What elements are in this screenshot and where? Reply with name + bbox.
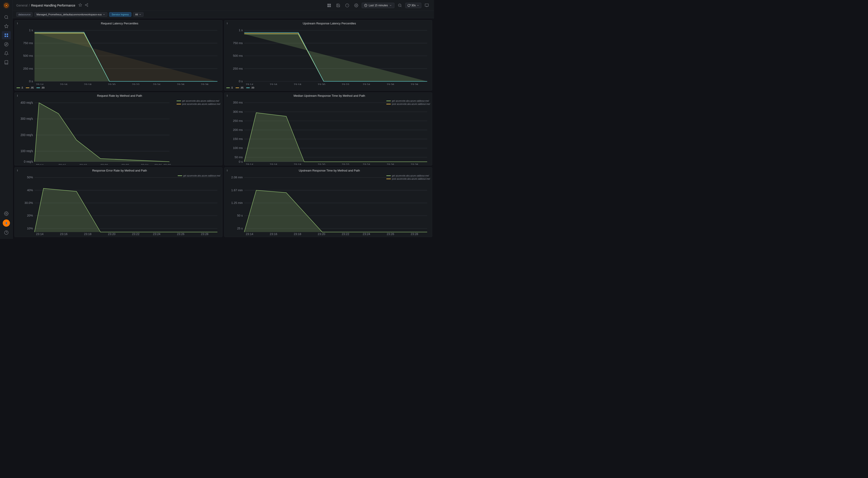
breadcrumb-parent[interactable]: General (16, 4, 28, 7)
sidebar-item-user[interactable]: 👤 (3, 219, 10, 227)
panel-error-rate-info-icon[interactable]: ℹ (17, 169, 18, 172)
svg-rect-6 (6, 34, 8, 35)
sidebar: 👤 (0, 0, 13, 239)
filter-bar: datasource Managed_Prometheus_defaultazu… (13, 11, 434, 18)
svg-text:300 ms: 300 ms (233, 110, 243, 114)
request-latency-chart: 1 s 750 ms 500 ms 250 ms 0 s 23:14 23:16… (17, 27, 220, 85)
sidebar-item-help[interactable] (2, 228, 11, 236)
legend-get: get azurevote.aks.azure.sabbour.me/ (177, 100, 220, 102)
panel-request-rate-body: get azurevote.aks.azure.sabbour.me/ post… (15, 99, 222, 165)
legend-upstream-p99: .99 (246, 86, 254, 89)
panel-median-upstream-header: ℹ Median Upstream Response Time by Metho… (224, 93, 432, 99)
svg-rect-22 (327, 4, 329, 5)
svg-line-20 (86, 5, 87, 6)
sidebar-item-alerting[interactable] (2, 49, 11, 57)
svg-text:100 ms: 100 ms (233, 146, 243, 150)
grafana-logo[interactable] (3, 2, 10, 9)
svg-point-2 (5, 5, 7, 6)
refresh-interval-label: 30s (411, 4, 416, 7)
dashboard-settings-button[interactable] (352, 2, 360, 9)
svg-text:1.67 min: 1.67 min (231, 189, 243, 192)
dashboard-info-button[interactable] (344, 2, 351, 9)
svg-text:0 s: 0 s (239, 79, 243, 83)
legend-upstream-time-post: post azurevote.aks.azure.sabbour.me/ (386, 178, 430, 180)
datasource-dropdown[interactable]: Managed_Prometheus_defaultazuremonitorwo… (34, 12, 107, 17)
all-filter-dropdown[interactable]: All (133, 12, 144, 17)
svg-point-9 (4, 42, 8, 46)
legend-error-get-label: get azurevote.aks.azure.sabbour.me/ (183, 174, 220, 177)
share-dashboard-icon[interactable] (85, 3, 88, 7)
panel-upstream-latency-info-icon[interactable]: ℹ (227, 22, 228, 25)
request-rate-chart: 400 req/s 300 req/s 200 req/s 100 req/s … (17, 100, 220, 165)
panel-upstream-latency-header: ℹ Upstream Response Latency Percentiles (224, 20, 432, 26)
panel-request-rate-info-icon[interactable]: ℹ (17, 94, 18, 97)
legend-upstream-p95-label: .95 (240, 86, 243, 89)
sidebar-item-settings[interactable] (2, 210, 11, 218)
svg-text:23:14: 23:14 (36, 83, 43, 85)
svg-text:23:24: 23:24 (153, 232, 161, 236)
panel-median-upstream-info-icon[interactable]: ℹ (227, 94, 228, 97)
sidebar-item-search[interactable] (2, 13, 11, 21)
svg-text:23:18: 23:18 (84, 232, 91, 236)
refresh-button[interactable]: 30s (405, 3, 421, 8)
legend-p99-label: .99 (41, 86, 44, 89)
svg-text:0 s: 0 s (29, 79, 33, 83)
svg-text:500 ms: 500 ms (23, 54, 33, 57)
svg-text:250 ms: 250 ms (233, 67, 243, 70)
svg-text:250 ms: 250 ms (23, 67, 33, 70)
svg-marker-10 (5, 43, 7, 45)
panel-median-upstream: ℹ Median Upstream Response Time by Metho… (224, 92, 432, 165)
legend-get-label: get azurevote.aks.azure.sabbour.me/ (182, 100, 219, 102)
svg-text:200 ms: 200 ms (233, 128, 243, 131)
panel-upstream-response-time-info-icon[interactable]: ℹ (227, 169, 228, 172)
sidebar-item-library[interactable] (2, 58, 11, 66)
datasource-tag[interactable]: datasource (16, 12, 33, 17)
panel-median-upstream-inline-legend: get azurevote.aks.azure.sabbour.me/ post… (386, 100, 430, 105)
legend-item-p95: .95 (26, 86, 34, 89)
legend-upstream-p95: .95 (236, 86, 243, 89)
legend-median-get-label: get azurevote.aks.azure.sabbour.me/ (392, 100, 429, 102)
panel-info-icon[interactable]: ℹ (17, 22, 18, 25)
svg-text:23:20: 23:20 (108, 232, 116, 236)
legend-p50-label: .5 (21, 86, 23, 89)
svg-text:23:14: 23:14 (246, 163, 253, 165)
legend-upstream-p50: .5 (226, 86, 233, 89)
legend-upstream-p99-label: .99 (251, 86, 254, 89)
svg-text:1 s: 1 s (29, 29, 33, 32)
svg-text:23:28: 23:28 (201, 83, 209, 85)
add-panel-button[interactable] (326, 2, 333, 9)
panel-error-rate: ℹ Response Error Rate by Method and Path… (14, 167, 222, 237)
zoom-out-button[interactable] (396, 2, 403, 9)
svg-text:350 ms: 350 ms (233, 101, 243, 104)
svg-text:750 ms: 750 ms (233, 41, 243, 45)
svg-text:23:28: 23:28 (201, 232, 209, 236)
svg-text:10%: 10% (27, 227, 33, 230)
time-range-picker[interactable]: Last 15 minutes (362, 3, 395, 8)
svg-text:150 ms: 150 ms (233, 137, 243, 140)
svg-text:23:24: 23:24 (141, 164, 149, 165)
panel-median-upstream-title: Median Upstream Response Time by Method … (229, 94, 430, 97)
svg-text:23:22: 23:22 (132, 232, 140, 236)
datasource-value: Managed_Prometheus_defaultazuremonitorwo… (36, 13, 102, 16)
svg-text:100 req/s: 100 req/s (21, 149, 33, 153)
svg-text:1.25 min: 1.25 min (231, 201, 243, 204)
svg-line-32 (401, 6, 401, 7)
fullscreen-button[interactable] (423, 2, 430, 9)
sidebar-item-explore[interactable] (2, 40, 11, 49)
svg-point-29 (356, 5, 357, 6)
panel-request-rate-inline-legend: get azurevote.aks.azure.sabbour.me/ post… (177, 100, 220, 105)
sidebar-item-starred[interactable] (2, 22, 11, 30)
panel-upstream-response-time-header: ℹ Upstream Response Time by Method and P… (224, 167, 432, 173)
svg-marker-117 (244, 113, 427, 162)
panel-request-latency-title: Request Latency Percentiles (19, 22, 220, 25)
svg-rect-24 (327, 5, 329, 7)
svg-marker-73 (244, 34, 427, 82)
svg-text:23:20: 23:20 (318, 232, 325, 236)
star-dashboard-icon[interactable] (79, 3, 82, 7)
sidebar-item-dashboards[interactable] (2, 31, 11, 39)
save-dashboard-button[interactable] (335, 2, 342, 9)
service-ingress-filter[interactable]: Service Ingress (109, 12, 131, 17)
svg-text:👤: 👤 (5, 222, 7, 224)
svg-text:50%: 50% (27, 176, 33, 179)
svg-text:23:16: 23:16 (59, 164, 66, 165)
